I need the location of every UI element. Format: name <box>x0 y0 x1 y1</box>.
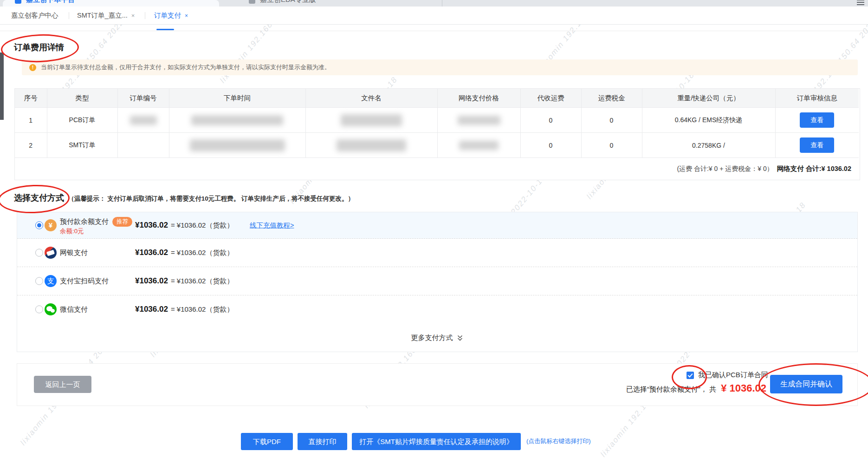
radio-netbank[interactable] <box>35 249 43 257</box>
download-pdf-button[interactable]: 下载PDF <box>241 433 293 450</box>
col-header: 代收运费 <box>520 89 581 108</box>
tab-separator <box>442 0 442 7</box>
pcb-contract-checkbox[interactable] <box>687 372 694 379</box>
order-payment-page: lixiaomin 192.168.150.64 2022-10-18 lixi… <box>0 0 868 458</box>
cell-file-name <box>305 108 437 133</box>
pay-option-netbank[interactable]: 网银支付 ¥1036.02= ¥1036.02（货款） <box>17 239 857 267</box>
table-header-row: 序号 类型 订单编号 下单时间 文件名 网络支付价格 代收运费 运费税金 重量/… <box>15 89 859 108</box>
cell-index: 1 <box>15 108 47 133</box>
redacted-value <box>341 114 402 126</box>
col-header: 运费税金 <box>581 89 642 108</box>
divider <box>0 31 868 31</box>
amount-detail: = ¥1036.02（货款） <box>171 277 234 285</box>
divider <box>145 12 145 19</box>
pay-option-balance[interactable]: ¥ 预付款余额支付推荐 余额:0元 ¥1036.02= ¥1036.02（货款）… <box>17 212 857 239</box>
radio-wechat[interactable] <box>35 306 43 314</box>
redacted-value <box>337 139 406 151</box>
offline-recharge-link[interactable]: 线下充值教程> <box>250 221 294 230</box>
confirm-footer-bar: 返回上一页 我已确认PCB订单合同 已选择“预付款余额支付”， 共 ¥ 1036… <box>17 363 858 406</box>
wechat-icon <box>45 303 57 315</box>
cell-price <box>437 133 520 158</box>
cell-index: 2 <box>15 133 47 158</box>
amount-bold: ¥1036.02 <box>135 221 168 229</box>
selected-summary: 已选择“预付款余额支付”， 共 ¥ 1036.02 <box>626 382 766 394</box>
tab-label: SMT订单_嘉立... <box>77 12 128 19</box>
direct-print-button[interactable]: 直接打印 <box>298 433 347 450</box>
pay-amount: ¥1036.02= ¥1036.02（货款） <box>135 276 233 286</box>
selected-total-amount: ¥ 1036.02 <box>721 382 766 394</box>
close-icon[interactable]: × <box>185 13 188 19</box>
view-button[interactable]: 查看 <box>800 112 834 128</box>
pay-option-name: 微信支付 <box>60 305 88 314</box>
nav-tab-bar: 嘉立创客户中心 SMT订单_嘉立...× 订单支付× <box>0 7 868 25</box>
cell-weight-courier: 0.64KG / EMS经济快递 <box>642 108 775 133</box>
section-title-fee-detail: 订单费用详情 <box>14 42 64 53</box>
radio-balance[interactable] <box>35 222 43 229</box>
amount-bold: ¥1036.02 <box>135 248 168 257</box>
redacted-value <box>130 116 157 125</box>
money-bag-icon: ¥ <box>45 219 57 231</box>
pay-option-wechat[interactable]: 微信支付 ¥1036.02= ¥1036.02（货款） <box>17 295 857 323</box>
more-payment-methods[interactable]: 更多支付方式 <box>17 323 857 353</box>
amount-detail: = ¥1036.02（货款） <box>171 221 234 229</box>
tab-smt-order[interactable]: SMT订单_嘉立...× <box>77 11 135 20</box>
payment-options-box: ¥ 预付款余额支付推荐 余额:0元 ¥1036.02= ¥1036.02（货款）… <box>17 212 858 352</box>
recommended-badge: 推荐 <box>112 217 132 227</box>
notice-bar: ! 当前订单显示待支付总金额，仅用于合并支付，如实际支付方式为单独支付，请以实际… <box>22 59 858 75</box>
table-row: 2 SMT订单 0 0 0.2758KG / 查看 <box>15 133 859 158</box>
selected-method-text: 已选择“预付款余额支付”， 共 <box>626 385 716 393</box>
pcb-contract-label: 我已确认PCB订单合同 <box>698 371 768 379</box>
cell-cod-freight: 0 <box>520 133 581 158</box>
pay-option-name: 预付款余额支付 <box>60 217 109 225</box>
double-chevron-down-icon <box>456 334 464 342</box>
pay-option-alipay[interactable]: 支 支付宝扫码支付 ¥1036.02= ¥1036.02（货款） <box>17 267 857 295</box>
cell-cod-freight: 0 <box>520 108 581 133</box>
open-smt-statement-button[interactable]: 打开《SMT贴片焊接质量责任认定及承担的说明》 <box>352 433 521 450</box>
view-button[interactable]: 查看 <box>800 137 834 153</box>
table-totals-row: (运费 合计:¥ 0 + 运费税金：¥ 0） 网络支付 合计:¥ 1036.02 <box>15 158 860 180</box>
browser-tab-active[interactable]: 嘉立创下单平台 <box>3 0 219 7</box>
close-icon[interactable]: × <box>131 12 135 19</box>
cell-order-no <box>117 108 169 133</box>
favicon-icon <box>249 0 255 4</box>
browser-menu-icon[interactable] <box>857 0 864 5</box>
back-button[interactable]: 返回上一页 <box>34 376 91 393</box>
redacted-value <box>459 141 499 150</box>
confirm-contract-line: 我已确认PCB订单合同 <box>687 371 768 379</box>
tab-customer-center[interactable]: 嘉立创客户中心 <box>11 11 58 20</box>
pay-option-name: 网银支付 <box>60 249 88 257</box>
section-title-pay-method: 选择支付方式 <box>14 193 64 203</box>
radio-alipay[interactable] <box>35 277 43 285</box>
cell-order-time <box>169 108 305 133</box>
col-header: 类型 <box>47 89 117 108</box>
pay-method-note: （温馨提示： 支付订单后取消订单，将需要支付10元工程费。 订单安排生产后，将不… <box>68 195 354 202</box>
pay-amount: ¥1036.02= ¥1036.02（货款） <box>135 248 233 257</box>
left-edge-panel <box>0 52 4 120</box>
cell-order-no <box>117 133 169 158</box>
cell-freight-tax: 0 <box>581 133 642 158</box>
payment-total: 网络支付 合计:¥ 1036.02 <box>777 165 851 172</box>
col-header: 重量/快递公司（元） <box>642 89 775 108</box>
cell-order-time <box>169 133 305 158</box>
tab-label: 订单支付 <box>154 12 181 19</box>
notice-text: 当前订单显示待支付总金额，仅用于合并支付，如实际支付方式为单独支付，请以实际支付… <box>41 63 330 72</box>
col-header: 订单审核信息 <box>775 89 859 108</box>
browser-tab-title[interactable]: 嘉立创EDA专业版 <box>260 0 316 4</box>
pay-amount: ¥1036.02= ¥1036.02（货款） <box>135 221 233 230</box>
more-payment-label: 更多支付方式 <box>411 334 453 342</box>
right-click-print-hint: (点击鼠标右键选择打印) <box>526 437 591 445</box>
section-title-pay-method-line: 选择支付方式 （温馨提示： 支付订单后取消订单，将需要支付10元工程费。 订单安… <box>14 192 354 203</box>
redacted-value <box>191 115 283 125</box>
redacted-value <box>190 139 285 151</box>
active-tab-underline <box>156 29 174 30</box>
bank-card-icon <box>45 247 57 259</box>
divider <box>69 12 69 19</box>
cell-price <box>437 108 520 133</box>
pay-option-name-line: 预付款余额支付推荐 <box>60 217 132 227</box>
tab-order-payment[interactable]: 订单支付× <box>154 11 188 20</box>
freight-totals: (运费 合计:¥ 0 + 运费税金：¥ 0） <box>677 165 773 172</box>
col-header: 序号 <box>15 89 47 108</box>
generate-contract-button[interactable]: 生成合同并确认 <box>770 375 842 393</box>
cell-review: 查看 <box>775 133 859 158</box>
cell-freight-tax: 0 <box>581 108 642 133</box>
